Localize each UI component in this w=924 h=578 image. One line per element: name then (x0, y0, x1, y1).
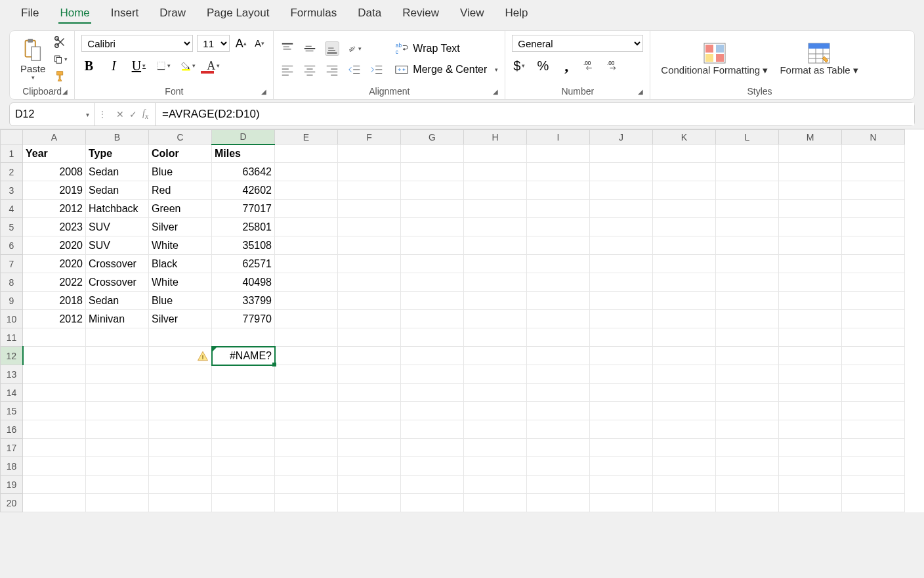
cell-I12[interactable] (527, 347, 590, 365)
row-header-6[interactable]: 6 (1, 236, 23, 255)
cell-F4[interactable] (338, 200, 401, 218)
number-format-select[interactable]: General (512, 35, 643, 52)
cell-G7[interactable] (401, 255, 464, 273)
cell-M1[interactable] (779, 144, 842, 163)
cell-H2[interactable] (464, 163, 527, 181)
font-launcher-icon[interactable]: ◢ (261, 88, 266, 95)
cell-N9[interactable] (842, 292, 905, 310)
cell-J5[interactable] (590, 218, 653, 236)
cell-M16[interactable] (779, 420, 842, 439)
cell-F2[interactable] (338, 163, 401, 181)
cell-J16[interactable] (590, 420, 653, 439)
cell-G20[interactable] (401, 494, 464, 512)
cell-D14[interactable] (212, 384, 275, 402)
cell-M17[interactable] (779, 439, 842, 457)
cell-E20[interactable] (275, 494, 338, 512)
cell-E2[interactable] (275, 163, 338, 181)
cell-A18[interactable] (23, 457, 86, 476)
cell-B3[interactable]: Sedan (86, 181, 149, 200)
col-header-A[interactable]: A (23, 130, 86, 144)
col-header-F[interactable]: F (338, 130, 401, 144)
cell-F12[interactable] (338, 347, 401, 365)
cell-D5[interactable]: 25801 (212, 218, 275, 236)
comma-icon[interactable]: , (559, 58, 574, 73)
cell-D17[interactable] (212, 439, 275, 457)
cell-J10[interactable] (590, 310, 653, 328)
cell-E5[interactable] (275, 218, 338, 236)
cell-E13[interactable] (275, 365, 338, 384)
cell-F3[interactable] (338, 181, 401, 200)
confirm-icon[interactable]: ✓ (129, 109, 137, 120)
cell-M13[interactable] (779, 365, 842, 384)
cell-G13[interactable] (401, 365, 464, 384)
increase-font-icon[interactable]: A▴ (234, 36, 248, 51)
cell-B13[interactable] (86, 365, 149, 384)
cell-L9[interactable] (716, 292, 779, 310)
cell-I16[interactable] (527, 420, 590, 439)
cell-H13[interactable] (464, 365, 527, 384)
col-header-H[interactable]: H (464, 130, 527, 144)
cell-N3[interactable] (842, 181, 905, 200)
cell-I7[interactable] (527, 255, 590, 273)
cell-L1[interactable] (716, 144, 779, 163)
menu-page-layout[interactable]: Page Layout (205, 4, 270, 24)
row-header-3[interactable]: 3 (1, 181, 23, 200)
cell-D6[interactable]: 35108 (212, 236, 275, 255)
cell-M3[interactable] (779, 181, 842, 200)
cell-G10[interactable] (401, 310, 464, 328)
cell-L11[interactable] (716, 328, 779, 347)
underline-icon[interactable]: U (131, 58, 146, 73)
cell-D11[interactable] (212, 328, 275, 347)
cell-K3[interactable] (653, 181, 716, 200)
row-header-11[interactable]: 11 (1, 328, 23, 347)
cell-D4[interactable]: 77017 (212, 200, 275, 218)
cell-D3[interactable]: 42602 (212, 181, 275, 200)
clipboard-launcher-icon[interactable]: ◢ (62, 88, 68, 95)
cell-J19[interactable] (590, 476, 653, 494)
cell-D2[interactable]: 63642 (212, 163, 275, 181)
cell-C9[interactable]: Blue (149, 292, 212, 310)
cell-H9[interactable] (464, 292, 527, 310)
cell-M2[interactable] (779, 163, 842, 181)
cell-C11[interactable] (149, 328, 212, 347)
cell-L5[interactable] (716, 218, 779, 236)
cell-I20[interactable] (527, 494, 590, 512)
cell-G16[interactable] (401, 420, 464, 439)
cell-B5[interactable]: SUV (86, 218, 149, 236)
cell-K20[interactable] (653, 494, 716, 512)
cell-K15[interactable] (653, 402, 716, 420)
cell-F18[interactable] (338, 457, 401, 476)
cell-J3[interactable] (590, 181, 653, 200)
col-header-N[interactable]: N (842, 130, 905, 144)
cell-K18[interactable] (653, 457, 716, 476)
cell-E18[interactable] (275, 457, 338, 476)
align-left-icon[interactable] (280, 62, 295, 77)
cell-E15[interactable] (275, 402, 338, 420)
cell-L4[interactable] (716, 200, 779, 218)
percent-icon[interactable]: % (536, 58, 550, 73)
cell-L7[interactable] (716, 255, 779, 273)
cell-D10[interactable]: 77970 (212, 310, 275, 328)
cell-J9[interactable] (590, 292, 653, 310)
cell-A11[interactable] (23, 328, 86, 347)
cell-L12[interactable] (716, 347, 779, 365)
alignment-launcher-icon[interactable]: ◢ (493, 88, 498, 95)
increase-indent-icon[interactable] (369, 62, 384, 77)
cell-K10[interactable] (653, 310, 716, 328)
fx-icon[interactable]: fx (142, 108, 148, 121)
cell-C7[interactable]: Black (149, 255, 212, 273)
cell-G18[interactable] (401, 457, 464, 476)
cell-G4[interactable] (401, 200, 464, 218)
cell-B11[interactable] (86, 328, 149, 347)
row-header-18[interactable]: 18 (1, 457, 23, 476)
cell-M14[interactable] (779, 384, 842, 402)
cell-I8[interactable] (527, 273, 590, 292)
cell-D16[interactable] (212, 420, 275, 439)
menu-data[interactable]: Data (356, 4, 383, 24)
font-color-icon[interactable]: A (206, 58, 220, 73)
cell-C6[interactable]: White (149, 236, 212, 255)
col-header-K[interactable]: K (653, 130, 716, 144)
cell-H17[interactable] (464, 439, 527, 457)
cell-B8[interactable]: Crossover (86, 273, 149, 292)
cell-B4[interactable]: Hatchback (86, 200, 149, 218)
